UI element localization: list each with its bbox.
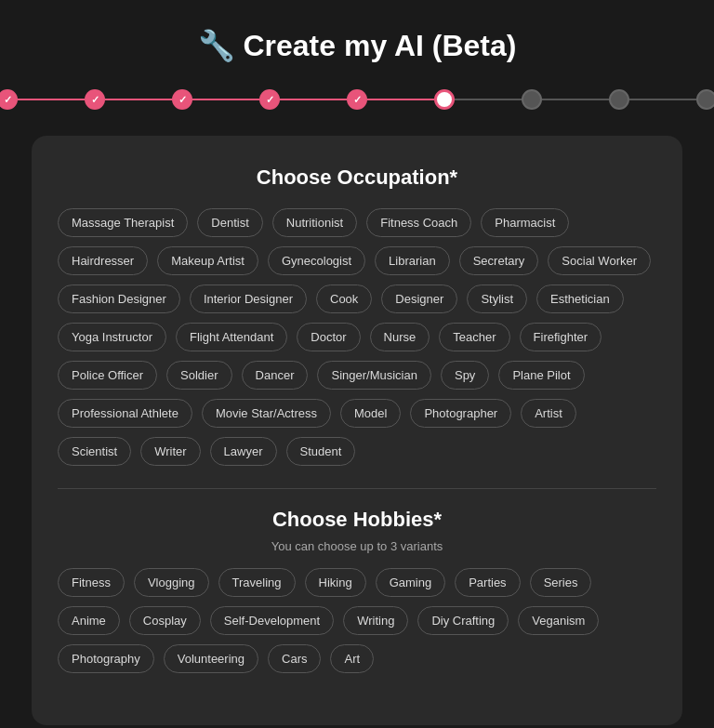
hobby-tag-photography[interactable]: Photography (58, 644, 154, 673)
occupation-tag-writer[interactable]: Writer (140, 437, 200, 466)
occupation-tag-dentist[interactable]: Dentist (197, 208, 262, 237)
occupation-tag-interior-designer[interactable]: Interior Designer (190, 285, 307, 313)
progress-step-2: ✓ (85, 89, 105, 110)
occupation-tag-singer-musician[interactable]: Singer/Musician (317, 361, 431, 390)
progress-step-4: ✓ (259, 89, 280, 110)
hobby-tag-veganism[interactable]: Veganism (518, 606, 599, 635)
progress-step-8 (609, 89, 629, 110)
step-dot-5: ✓ (347, 89, 367, 110)
step-dot-6 (434, 89, 455, 110)
occupation-tag-artist[interactable]: Artist (521, 399, 576, 428)
occupation-tag-secretary[interactable]: Secretary (459, 246, 539, 275)
hobby-tag-diy-crafting[interactable]: Diy Crafting (417, 606, 509, 635)
progress-step-1: ✓ (0, 89, 18, 110)
occupation-tag-dancer[interactable]: Dancer (242, 361, 309, 390)
hobbies-subtitle: You can choose up to 3 variants (58, 539, 656, 553)
hobby-tag-traveling[interactable]: Traveling (218, 568, 296, 597)
occupation-tag-nurse[interactable]: Nurse (370, 323, 430, 351)
step-line-3 (192, 99, 259, 100)
hobby-tag-hiking[interactable]: Hiking (305, 568, 366, 597)
step-dot-3: ✓ (172, 89, 192, 110)
occupation-tag-professional-athlete[interactable]: Professional Athlete (58, 399, 192, 428)
occupation-title: Choose Occupation* (58, 165, 656, 190)
progress-step-5: ✓ (347, 89, 367, 110)
occupation-tag-designer[interactable]: Designer (381, 285, 457, 313)
step-dot-9 (696, 89, 714, 110)
step-dot-8 (609, 89, 629, 110)
hobby-tag-series[interactable]: Series (530, 568, 592, 597)
main-card: Choose Occupation* Massage TherapistDent… (32, 136, 682, 725)
step-dot-1: ✓ (0, 89, 18, 110)
step-dot-4: ✓ (259, 89, 280, 110)
occupation-tag-doctor[interactable]: Doctor (297, 323, 360, 351)
occupation-tag-photographer[interactable]: Photographer (410, 399, 511, 428)
occupation-tag-plane-pilot[interactable]: Plane Pilot (498, 361, 584, 390)
occupation-tag-yoga-instructor[interactable]: Yoga Instructor (58, 323, 166, 351)
occupation-tag-stylist[interactable]: Stylist (467, 285, 527, 313)
progress-step-6 (434, 89, 455, 110)
progress-step-9 (696, 89, 714, 110)
occupation-tag-model[interactable]: Model (340, 399, 401, 428)
section-divider (58, 488, 656, 489)
occupation-tag-flight-attendant[interactable]: Flight Attendant (176, 323, 287, 351)
hobby-tag-anime[interactable]: Anime (58, 606, 120, 635)
step-line-7 (542, 99, 609, 100)
occupation-tag-librarian[interactable]: Librarian (375, 246, 450, 275)
occupation-tag-esthetician[interactable]: Esthetician (536, 285, 624, 313)
occupation-tag-cook[interactable]: Cook (316, 285, 372, 313)
occupation-tag-fashion-designer[interactable]: Fashion Designer (58, 285, 180, 313)
page-title: 🔧 Create my AI (Beta) (198, 28, 517, 63)
hobby-tag-vlogging[interactable]: Vlogging (134, 568, 209, 597)
occupation-tag-police-officer[interactable]: Police Officer (58, 361, 157, 390)
hobby-tag-volunteering[interactable]: Volunteering (164, 644, 258, 673)
hobbies-title: Choose Hobbies* (58, 508, 656, 532)
occupation-tag-firefighter[interactable]: Firefighter (520, 323, 602, 351)
occupation-tag-student[interactable]: Student (286, 437, 356, 466)
occupation-tag-spy[interactable]: Spy (441, 361, 489, 390)
occupation-tag-lawyer[interactable]: Lawyer (210, 437, 277, 466)
occupation-tags: Massage TherapistDentistNutritionistFitn… (58, 208, 656, 466)
step-line-1 (18, 99, 85, 100)
step-dot-7 (522, 89, 542, 110)
step-line-2 (105, 99, 172, 100)
occupation-tag-nutritionist[interactable]: Nutritionist (272, 208, 357, 237)
step-line-4 (280, 99, 347, 100)
occupation-tag-pharmacist[interactable]: Pharmacist (481, 208, 569, 237)
occupation-tag-movie-star-actress[interactable]: Movie Star/Actress (202, 399, 331, 428)
hobby-tag-cars[interactable]: Cars (268, 644, 321, 673)
occupation-tag-social-worker[interactable]: Social Worker (548, 246, 651, 275)
step-line-6 (455, 99, 522, 100)
hobby-tag-fitness[interactable]: Fitness (58, 568, 125, 597)
occupation-tag-fitness-coach[interactable]: Fitness Coach (366, 208, 471, 237)
step-line-8 (629, 99, 696, 100)
progress-step-3: ✓ (172, 89, 192, 110)
progress-bar: ✓✓✓✓✓ (32, 89, 682, 110)
hobbies-tags: FitnessVloggingTravelingHikingGamingPart… (58, 568, 656, 673)
hobby-tag-self-development[interactable]: Self-Development (210, 606, 334, 635)
hobby-tag-cosplay[interactable]: Cosplay (129, 606, 201, 635)
occupation-tag-gynecologist[interactable]: Gynecologist (268, 246, 365, 275)
occupation-tag-massage-therapist[interactable]: Massage Therapist (58, 208, 188, 237)
occupation-tag-teacher[interactable]: Teacher (439, 323, 509, 351)
hobby-tag-writing[interactable]: Writing (343, 606, 408, 635)
hobby-tag-gaming[interactable]: Gaming (376, 568, 446, 597)
step-dot-2: ✓ (85, 89, 105, 110)
occupation-tag-hairdresser[interactable]: Hairdresser (58, 246, 148, 275)
hobby-tag-parties[interactable]: Parties (455, 568, 520, 597)
occupation-tag-scientist[interactable]: Scientist (58, 437, 131, 466)
progress-step-7 (522, 89, 542, 110)
step-line-5 (367, 99, 434, 100)
occupation-tag-makeup-artist[interactable]: Makeup Artist (157, 246, 258, 275)
hobby-tag-art[interactable]: Art (330, 644, 374, 673)
occupation-tag-soldier[interactable]: Soldier (166, 361, 231, 390)
